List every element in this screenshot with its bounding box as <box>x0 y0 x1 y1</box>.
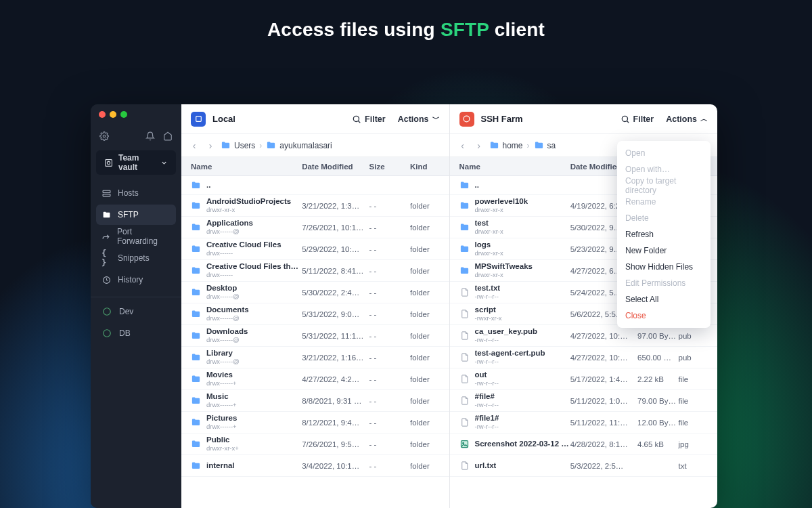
gear-icon[interactable] <box>99 131 110 142</box>
file-date: 4/27/2022, 10:… <box>570 332 637 340</box>
col-name[interactable]: Name <box>181 163 302 171</box>
menu-item-close[interactable]: Close <box>617 308 710 324</box>
hero-accent: SFTP <box>441 19 489 40</box>
breadcrumb-segment[interactable]: Users <box>221 140 255 150</box>
home-icon[interactable] <box>162 131 173 142</box>
pane-local: Local Filter Actions ﹀ ‹ › Users › ayuku… <box>181 104 450 508</box>
menu-item-select-all[interactable]: Select All <box>617 291 710 308</box>
file-perm: drwx------+ <box>206 423 237 431</box>
svg-point-13 <box>464 116 470 122</box>
menu-item-rename: Rename <box>617 194 710 210</box>
col-kind[interactable]: Kind <box>410 163 449 171</box>
actions-button[interactable]: Actions ︿ <box>666 114 708 124</box>
table-row[interactable]: Moviesdrwx------+ 4/27/2022, 4:2… - - fo… <box>181 368 449 390</box>
table-row[interactable]: Applicationsdrwx------@ 7/26/2021, 10:1…… <box>181 217 449 238</box>
table-row[interactable]: internal 3/4/2022, 10:1… - - folder <box>181 455 449 477</box>
traffic-zoom[interactable] <box>120 111 127 118</box>
table-row[interactable]: AndroidStudioProjectsdrwxr-xr-x 3/21/202… <box>181 195 449 217</box>
nav-item-snippets[interactable]: { }Snippets <box>96 248 176 268</box>
table-row[interactable]: Screenshot 2022-03-12 111… 4/28/2022, 8:… <box>450 433 718 455</box>
file-name: Desktop <box>206 284 240 293</box>
actions-button[interactable]: Actions ﹀ <box>398 114 440 124</box>
file-date: 5/30/2022, 2:4… <box>302 289 369 297</box>
breadcrumb-label: ayukumalasari <box>279 141 332 150</box>
nav-item-port-forwarding[interactable]: Port Forwarding <box>96 226 176 247</box>
svg-point-0 <box>103 135 106 137</box>
file-size: - - <box>369 375 410 383</box>
col-name[interactable]: Name <box>450 163 570 171</box>
file-date: 7/26/2021, 10:1… <box>302 224 369 232</box>
table-row[interactable]: Picturesdrwx------+ 8/12/2021, 9:4… - - … <box>181 412 449 433</box>
filter-button[interactable]: Filter <box>621 114 654 124</box>
nav-item-sftp[interactable]: SFTP <box>96 205 176 225</box>
table-row[interactable]: Documentsdrwx------@ 5/31/2022, 9:0… - -… <box>181 303 449 325</box>
table-row[interactable]: Publicdrwxr-xr-x+ 7/26/2021, 9:5… - - fo… <box>181 433 449 455</box>
panes: Local Filter Actions ﹀ ‹ › Users › ayuku… <box>181 104 717 508</box>
breadcrumb-segment[interactable]: sa <box>534 140 556 150</box>
breadcrumb-segment[interactable]: home <box>489 140 523 150</box>
file-date: 4/27/2022, 4:2… <box>302 375 369 383</box>
file-kind: folder <box>410 375 449 383</box>
session-item-dev[interactable]: Dev <box>96 301 176 322</box>
table-row[interactable]: Creative Cloud Filesdrwx------ 5/29/2022… <box>181 238 449 260</box>
file-kind: folder <box>410 224 449 232</box>
image-icon <box>459 439 470 449</box>
bell-icon[interactable] <box>145 131 156 142</box>
file-kind: txt <box>679 462 718 470</box>
file-size: - - <box>369 462 410 470</box>
folder-icon <box>191 180 201 190</box>
breadcrumb-label: home <box>503 141 523 150</box>
vault-selector[interactable]: Team vault <box>96 150 176 175</box>
table-row[interactable]: url.txt 5/3/2022, 2:5… txt <box>450 455 718 477</box>
table-row[interactable]: #file#-rw-r--r-- 5/11/2022, 1:0… 79.00 B… <box>450 390 718 412</box>
menu-item-show-hidden-files[interactable]: Show Hidden Files <box>617 259 710 275</box>
file-name: Library <box>206 349 240 358</box>
traffic-close[interactable] <box>99 111 106 118</box>
svg-point-17 <box>462 442 464 444</box>
traffic-minimize[interactable] <box>110 111 116 118</box>
filter-button[interactable]: Filter <box>352 114 386 124</box>
folder-icon <box>459 180 470 190</box>
breadcrumb-segment[interactable]: ayukumalasari <box>266 140 332 150</box>
col-size[interactable]: Size <box>369 163 410 171</box>
menu-item-new-folder[interactable]: New Folder <box>617 242 710 259</box>
nav-item-label: History <box>118 275 143 284</box>
svg-point-11 <box>353 116 359 121</box>
file-name: test.txt <box>475 284 501 293</box>
folder-icon <box>191 439 201 449</box>
table-row[interactable]: .. <box>181 176 449 195</box>
file-kind: pub <box>679 354 718 362</box>
table-row[interactable]: Musicdrwx------+ 8/8/2021, 9:31 … - - fo… <box>181 390 449 412</box>
table-row[interactable]: out-rw-r--r-- 5/17/2022, 1:4… 2.22 kB fi… <box>450 368 718 390</box>
table-row[interactable]: Downloadsdrwx------@ 5/31/2022, 11:1… - … <box>181 325 449 347</box>
nav-back-button[interactable]: ‹ <box>188 140 200 152</box>
nav-list: HostsSFTPPort Forwarding{ }SnippetsHisto… <box>91 180 181 293</box>
file-name: test-agent-cert.pub <box>475 349 545 358</box>
table-header: Name Date Modified Size Kind <box>181 157 449 176</box>
nav-forward-button[interactable]: › <box>204 140 217 152</box>
table-row[interactable]: Desktopdrwx------@ 5/30/2022, 2:4… - - f… <box>181 282 449 303</box>
sidebar: Team vault HostsSFTPPort Forwarding{ }Sn… <box>91 104 181 508</box>
nav-back-button[interactable]: ‹ <box>457 140 469 152</box>
table-row[interactable]: Librarydrwx------@ 3/21/2022, 1:16… - - … <box>181 347 449 368</box>
col-date[interactable]: Date Modified <box>302 163 369 171</box>
file-size: - - <box>369 397 410 405</box>
table-row[interactable]: #file1#-rw-r--r-- 5/11/2022, 11:… 12.00 … <box>450 412 718 433</box>
file-name: #file1# <box>475 414 499 423</box>
table-row[interactable]: ca_user_key.pub-rw-r--r-- 4/27/2022, 10:… <box>450 325 718 347</box>
file-size: - - <box>369 267 410 275</box>
nav-item-history[interactable]: History <box>96 270 176 290</box>
menu-item-refresh[interactable]: Refresh <box>617 226 710 242</box>
breadcrumb-sep: › <box>259 141 262 150</box>
nav-item-hosts[interactable]: Hosts <box>96 183 176 203</box>
session-item-db[interactable]: DB <box>96 323 176 343</box>
pane-remote: SSH Farm Filter Actions ︿ ‹ › home › sa … <box>450 104 718 508</box>
table-row[interactable]: test-agent-cert.pub-rw-r--r-- 4/27/2022,… <box>450 347 718 368</box>
svg-rect-10 <box>196 117 201 122</box>
table-row[interactable]: Creative Cloud Files theayu…drwx------ 5… <box>181 260 449 282</box>
nav-forward-button[interactable]: › <box>473 140 485 152</box>
file-icon <box>459 309 470 319</box>
file-name: url.txt <box>475 461 497 470</box>
folder-icon <box>102 210 111 219</box>
file-perm: -rw-r--r-- <box>475 423 499 431</box>
